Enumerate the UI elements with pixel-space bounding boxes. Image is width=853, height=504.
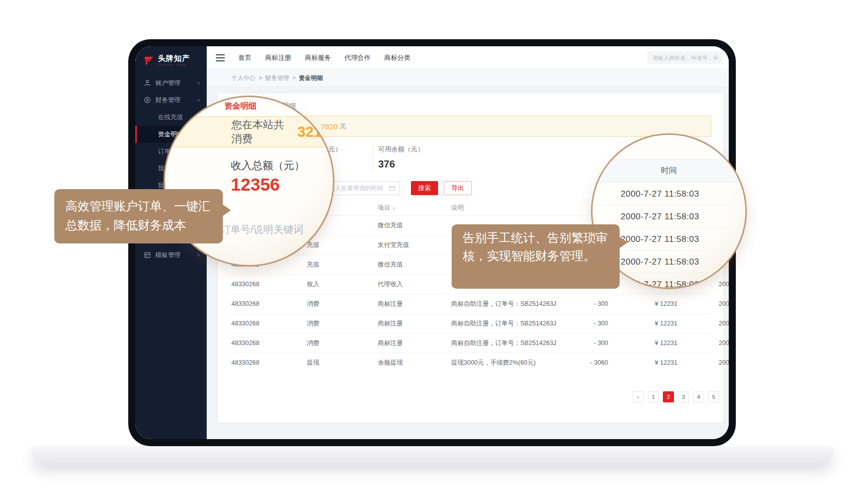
col-project-header[interactable]: 项目∨	[376, 204, 450, 212]
cell-balance: ¥ 12231	[608, 300, 677, 307]
stat-balance: 可用余额（元） 376	[378, 145, 424, 170]
search-button[interactable]: 搜索	[411, 181, 438, 195]
cell-project: 微信充值	[376, 221, 450, 230]
cell-order: 48330268	[230, 359, 305, 366]
stat-divider	[373, 145, 373, 172]
cell-type: 提现	[305, 359, 376, 367]
breadcrumb-item[interactable]: 财务管理	[265, 74, 289, 82]
chevron-down-icon: ∨	[197, 80, 200, 86]
cell-desc: 商标自助注册，订单号：SB2514263J	[450, 300, 570, 308]
cell-time: 2000-7-27 11:58:03	[677, 340, 729, 347]
col-desc-header: 说明	[450, 204, 570, 212]
template-icon	[144, 251, 151, 259]
cell-type: 消费	[305, 319, 376, 328]
pagination-page-button[interactable]: 5	[708, 391, 719, 402]
export-button[interactable]: 导出	[444, 181, 472, 195]
chevron-down-icon: ∨	[197, 253, 200, 258]
table-row: 48330268消费商标注册商标自助注册，订单号：SB2514263J- 300…	[230, 294, 711, 313]
pagination-page-button[interactable]: 2	[663, 391, 674, 402]
banner-unit: 元	[339, 122, 346, 131]
magnified-time-header: 时间	[592, 159, 745, 183]
breadcrumb-item[interactable]: 个人中心	[231, 74, 255, 82]
cell-order: 48330268	[230, 320, 305, 327]
nav-link[interactable]: 商标注册	[265, 53, 291, 62]
cell-desc: 商标自助注册，订单号：SB2514263J	[450, 319, 570, 328]
breadcrumb-item[interactable]: 资金明细	[299, 74, 323, 82]
table-row: 48330268提现余额提现提现3000元，手续费2%(60元)- 3060¥ …	[230, 353, 711, 372]
cell-balance: ¥ 12231	[608, 320, 677, 327]
cell-balance: ¥ 12231	[608, 359, 677, 366]
cell-amount: - 3060	[570, 359, 608, 366]
breadcrumb-separator: >	[259, 74, 262, 81]
cell-desc: 商标自助注册，订单号：SB2514263J	[450, 339, 570, 348]
brand-name: 头牌知产	[158, 54, 190, 62]
top-nav-links: 首页商标注册商标服务代理合作商标分类	[238, 53, 410, 62]
table-row: 48330268消费商标注册商标自助注册，订单号：SB2514263J- 300…	[230, 333, 711, 353]
cell-balance: ¥ 12231	[608, 340, 677, 347]
cell-time: 2000-7-27 11:58:03	[677, 359, 729, 366]
callout-left: 高效管理账户订单、一键汇总数据，降低财务成本	[54, 189, 223, 243]
brand-subtext: TOUPAI.COM	[158, 63, 190, 66]
breadcrumb: 个人中心>财务管理>资金明细	[207, 69, 729, 87]
cell-time: 2000-7-27 11:58:03	[677, 320, 729, 327]
nav-link[interactable]: 代理合作	[345, 53, 371, 62]
cell-type: 充值	[305, 261, 376, 269]
cell-project: 商标注册	[376, 319, 450, 328]
cell-order: 48330268	[230, 300, 305, 307]
magnified-time-row: 2000-7-27 11:58:03	[592, 183, 745, 205]
magnified-order-header: 订单号/说明关键词	[220, 223, 304, 236]
banner-amount: 7820	[321, 122, 337, 131]
chevron-up-icon: ∧	[197, 98, 200, 103]
cell-project: 支付宝充值	[376, 241, 450, 249]
cell-time: 2000-7-27 11:58:03	[677, 300, 729, 307]
cell-type: 消费	[305, 339, 376, 348]
breadcrumb-separator: >	[292, 74, 296, 81]
cell-amount: - 300	[570, 320, 608, 327]
menu-icon[interactable]	[216, 54, 225, 61]
table-row: 48330268消费商标注册商标自助注册，订单号：SB2514263J- 300…	[230, 313, 711, 333]
cell-type: 消费	[305, 300, 376, 308]
cell-type: 收入	[305, 280, 376, 289]
magnified-banner-prefix: 您在本站共消费	[231, 118, 292, 146]
sidebar-item-label: 账户管理	[155, 79, 181, 88]
magnified-income-label: 收入总额（元）	[231, 158, 305, 173]
sidebar-item-account[interactable]: 账户管理 ∨	[135, 74, 207, 92]
user-icon	[144, 79, 151, 87]
pagination-page-button[interactable]: 4	[693, 391, 704, 402]
cell-project: 微信充值	[376, 261, 450, 269]
nav-link[interactable]: 首页	[238, 53, 251, 62]
cell-desc: 提现3000元，手续费2%(60元)	[450, 359, 570, 367]
magnified-banner: 您在本站共消费 32124	[163, 116, 334, 147]
marketing-stage: 头牌知产 TOUPAI.COM 账户管理 ∨ 财务管理 ∧	[0, 0, 853, 504]
stat-balance-value: 376	[378, 158, 424, 170]
cell-amount: - 300	[570, 340, 608, 347]
col-project-label: 项目	[378, 204, 390, 211]
cell-type: 充值	[305, 241, 376, 249]
trademark-search-input[interactable]	[647, 51, 723, 64]
brand-logo-icon	[143, 55, 154, 66]
cell-project: 商标注册	[376, 339, 450, 348]
cell-project: 余额提现	[376, 359, 450, 367]
brand-text: 头牌知产 TOUPAI.COM	[158, 54, 190, 66]
pagination: ‹12345	[230, 391, 719, 402]
nav-link[interactable]: 商标服务	[305, 53, 331, 62]
cell-project: 代理收入	[376, 280, 450, 289]
sort-caret-icon[interactable]: ∨	[392, 206, 396, 211]
cell-order: 48330268	[230, 281, 305, 288]
pagination-page-button[interactable]: 3	[678, 391, 689, 402]
cell-order: 48330268	[230, 340, 305, 347]
brand-logo[interactable]: 头牌知产 TOUPAI.COM	[135, 46, 207, 74]
callout-left-text: 高效管理账户订单、一键汇总数据，降低财务成本	[65, 199, 210, 232]
nav-link[interactable]: 商标分类	[384, 53, 410, 62]
magnified-income-value: 12356	[231, 175, 280, 195]
cell-amount: - 300	[570, 300, 608, 307]
finance-icon	[144, 97, 151, 104]
pagination-page-button[interactable]: 1	[648, 391, 659, 402]
sidebar-item-template[interactable]: 模板管理 ∨	[135, 246, 207, 264]
cell-project: 商标注册	[376, 300, 450, 308]
sidebar-item-finance[interactable]: 财务管理 ∧	[135, 92, 207, 109]
laptop-base	[31, 446, 834, 463]
pagination-prev-button[interactable]: ‹	[633, 391, 644, 402]
callout-arrow-icon	[619, 236, 628, 248]
magnified-tab-label: 资金明细	[224, 101, 257, 112]
